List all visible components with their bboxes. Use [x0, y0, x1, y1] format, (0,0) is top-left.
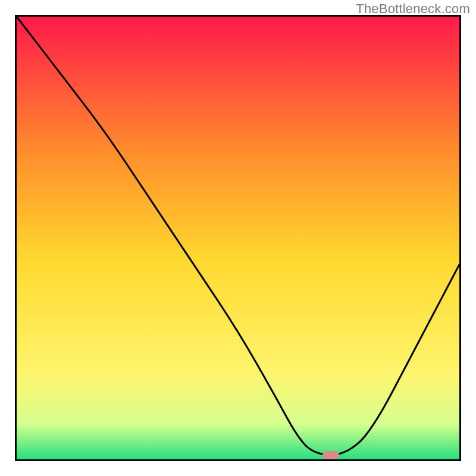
plot-area [15, 15, 461, 461]
bottleneck-curve [17, 17, 459, 459]
optimal-point-marker [322, 451, 339, 459]
chart-canvas: TheBottleneck.com [0, 0, 476, 476]
